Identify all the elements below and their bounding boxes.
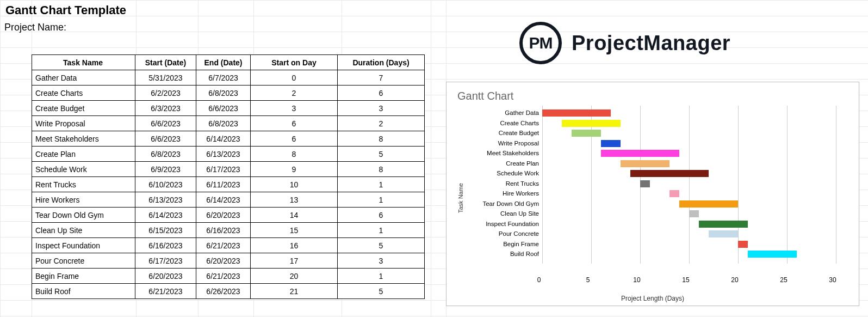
chart-bar bbox=[601, 140, 621, 147]
cell-start-on-day: 10 bbox=[251, 177, 338, 192]
x-tick-label: 25 bbox=[780, 276, 787, 284]
cell-end: 6/6/2023 bbox=[196, 101, 251, 116]
cell-end: 6/14/2023 bbox=[196, 192, 251, 208]
chart-bar-row bbox=[542, 209, 848, 219]
cell-end: 6/14/2023 bbox=[196, 131, 251, 147]
cell-start: 6/6/2023 bbox=[135, 131, 196, 147]
page-title: Gantt Chart Template bbox=[5, 3, 126, 17]
table-row: Tear Down Old Gym6/14/20236/20/2023146 bbox=[32, 208, 425, 223]
cell-end: 6/8/2023 bbox=[196, 116, 251, 131]
chart-bar-row bbox=[542, 188, 848, 199]
table-row: Write Proposal6/6/20236/8/202362 bbox=[32, 116, 425, 131]
cell-duration: 7 bbox=[338, 70, 425, 86]
table-row: Create Plan6/8/20236/13/202385 bbox=[32, 147, 425, 162]
col-header-task: Task Name bbox=[32, 55, 135, 70]
cell-start-on-day: 13 bbox=[251, 192, 338, 208]
cell-task: Clean Up Site bbox=[32, 223, 135, 238]
cell-end: 6/21/2023 bbox=[196, 238, 251, 253]
cell-start: 6/14/2023 bbox=[135, 208, 196, 223]
table-row: Schedule Work6/9/20236/17/202398 bbox=[32, 162, 425, 177]
y-tick-label: Clean Up Site bbox=[466, 209, 542, 219]
x-tick-label: 15 bbox=[682, 276, 689, 284]
gantt-chart-card: Gantt Chart Task Name Gather DataCreate … bbox=[446, 82, 859, 306]
project-name-label: Project Name: bbox=[4, 22, 66, 33]
y-tick-label: Tear Down Old Gym bbox=[466, 199, 542, 209]
cell-duration: 8 bbox=[338, 131, 425, 147]
y-tick-label: Write Proposal bbox=[466, 138, 542, 149]
cell-start: 6/20/2023 bbox=[135, 269, 196, 284]
cell-duration: 8 bbox=[338, 162, 425, 177]
table-row: Create Charts6/2/20236/8/202326 bbox=[32, 86, 425, 101]
cell-task: Meet Stakeholders bbox=[32, 131, 135, 147]
chart-bar-row bbox=[542, 148, 848, 158]
x-tick-label: 0 bbox=[537, 276, 541, 284]
cell-task: Create Plan bbox=[32, 147, 135, 162]
y-tick-label: Build Roof bbox=[466, 249, 542, 259]
cell-start: 6/10/2023 bbox=[135, 177, 196, 192]
chart-bar bbox=[562, 120, 621, 127]
cell-start: 5/31/2023 bbox=[135, 70, 196, 86]
chart-title: Gantt Chart bbox=[457, 90, 848, 102]
chart-bar bbox=[679, 200, 738, 208]
y-tick-label: Create Plan bbox=[466, 158, 542, 169]
cell-start-on-day: 6 bbox=[251, 131, 338, 147]
cell-start: 6/6/2023 bbox=[135, 116, 196, 131]
chart-bar-row bbox=[542, 199, 848, 209]
cell-start: 6/16/2023 bbox=[135, 238, 196, 253]
table-row: Inspect Foundation6/16/20236/21/2023165 bbox=[32, 238, 425, 253]
cell-start-on-day: 17 bbox=[251, 253, 338, 269]
cell-task: Build Roof bbox=[32, 284, 135, 299]
y-tick-label: Begin Frame bbox=[466, 239, 542, 249]
y-tick-label: Hire Workers bbox=[466, 188, 542, 199]
brand-name: ProjectManager bbox=[572, 32, 730, 55]
cell-task: Gather Data bbox=[32, 70, 135, 86]
pm-icon-text: PM bbox=[529, 34, 553, 52]
cell-duration: 5 bbox=[338, 147, 425, 162]
cell-duration: 3 bbox=[338, 253, 425, 269]
chart-bar bbox=[601, 150, 679, 157]
cell-start: 6/9/2023 bbox=[135, 162, 196, 177]
col-header-end: End (Date) bbox=[196, 55, 251, 70]
chart-bar bbox=[709, 230, 738, 237]
cell-start: 6/2/2023 bbox=[135, 86, 196, 101]
x-axis-label: Project Length (Days) bbox=[447, 295, 859, 302]
cell-task: Write Proposal bbox=[32, 116, 135, 131]
cell-duration: 1 bbox=[338, 177, 425, 192]
chart-bar bbox=[738, 241, 748, 248]
table-row: Rent Trucks6/10/20236/11/2023101 bbox=[32, 177, 425, 192]
x-tick-label: 5 bbox=[586, 276, 590, 284]
table-row: Meet Stakeholders6/6/20236/14/202368 bbox=[32, 131, 425, 147]
cell-start-on-day: 9 bbox=[251, 162, 338, 177]
x-tick-label: 10 bbox=[633, 276, 640, 284]
cell-start-on-day: 15 bbox=[251, 223, 338, 238]
y-axis-label: Task Name bbox=[457, 183, 464, 213]
cell-end: 6/20/2023 bbox=[196, 208, 251, 223]
cell-duration: 6 bbox=[338, 208, 425, 223]
cell-start: 6/21/2023 bbox=[135, 284, 196, 299]
cell-end: 6/7/2023 bbox=[196, 70, 251, 86]
table-row: Create Budget6/3/20236/6/202333 bbox=[32, 101, 425, 116]
cell-duration: 5 bbox=[338, 284, 425, 299]
cell-duration: 3 bbox=[338, 101, 425, 116]
chart-bar-row bbox=[542, 108, 848, 118]
cell-start-on-day: 6 bbox=[251, 116, 338, 131]
cell-end: 6/13/2023 bbox=[196, 147, 251, 162]
chart-bar-row bbox=[542, 179, 848, 189]
cell-start-on-day: 0 bbox=[251, 70, 338, 86]
x-tick-label: 20 bbox=[731, 276, 738, 284]
cell-duration: 5 bbox=[338, 238, 425, 253]
col-header-duration: Duration (Days) bbox=[338, 55, 425, 70]
cell-duration: 2 bbox=[338, 116, 425, 131]
chart-bar-row bbox=[542, 168, 848, 179]
cell-duration: 1 bbox=[338, 269, 425, 284]
chart-bar bbox=[689, 210, 699, 217]
table-row: Clean Up Site6/15/20236/16/2023151 bbox=[32, 223, 425, 238]
chart-body: Task Name Gather DataCreate ChartsCreate… bbox=[457, 106, 848, 291]
x-tick-label: 30 bbox=[829, 276, 836, 284]
y-tick-label: Gather Data bbox=[466, 108, 542, 118]
cell-start: 6/13/2023 bbox=[135, 192, 196, 208]
cell-duration: 1 bbox=[338, 223, 425, 238]
cell-start-on-day: 8 bbox=[251, 147, 338, 162]
y-tick-label: Create Charts bbox=[466, 118, 542, 129]
cell-end: 6/8/2023 bbox=[196, 86, 251, 101]
